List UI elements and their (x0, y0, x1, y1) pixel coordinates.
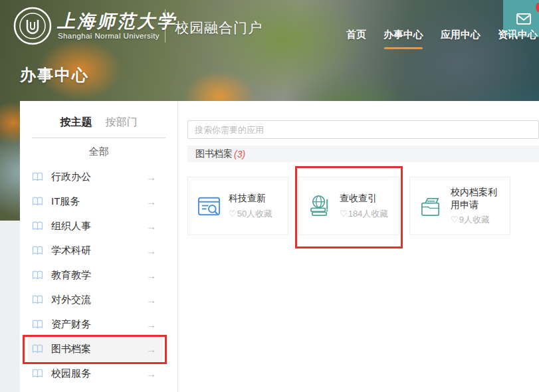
nav-item-service-center[interactable]: 办事中心 (383, 29, 423, 49)
envelope-icon (516, 13, 531, 25)
favorites-count: 50人收藏 (237, 209, 272, 219)
arrow-right-icon: → (146, 270, 156, 281)
arrow-right-icon: → (146, 294, 156, 306)
sidebar-item-label: 资产财务 (51, 318, 91, 331)
main-panel: 按主题 按部门 全部 行政办公 → IT服务 → 组织人事 → 学术科研 → 教… (20, 101, 539, 392)
arrow-right-icon: → (146, 171, 156, 183)
sidebar-item-library-archives[interactable]: 图书档案 → (28, 337, 163, 361)
annotation-box-sidebar (23, 335, 167, 364)
card-favorites: ♡50人收藏 (229, 208, 272, 220)
app-card-archive-use-application[interactable]: 校内档案利用申请 ♡9人收藏 (409, 177, 510, 235)
portal-title: 校园融合门户 (175, 19, 263, 37)
tab-by-topic[interactable]: 按主题 (60, 116, 92, 138)
open-book-icon (32, 221, 43, 231)
open-book-icon (32, 369, 43, 379)
nav-item-app-center[interactable]: 应用中心 (441, 29, 481, 49)
sidebar-item-teaching[interactable]: 教育教学 → (28, 263, 163, 288)
sidebar-item-it-service[interactable]: IT服务 → (28, 189, 163, 214)
sidebar-item-finance[interactable]: 资产财务 → (28, 312, 163, 337)
open-book-icon (32, 320, 43, 330)
card-title: 科技查新 (229, 192, 272, 205)
arrow-right-icon: → (146, 245, 156, 256)
heart-icon: ♡ (340, 209, 348, 219)
open-book-icon (32, 270, 43, 280)
app-card-tech-novelty-search[interactable]: 科技查新 ♡50人收藏 (187, 177, 288, 235)
university-name-en: Shanghai Normal University (58, 32, 160, 40)
app-cards-row: 科技查新 ♡50人收藏 查收查引 ♡184人收藏 (187, 177, 539, 235)
sidebar-item-label: 学术科研 (51, 245, 91, 257)
header: 上海师范大学 Shanghai Normal University 校园融合门户… (0, 0, 539, 60)
card-text: 查收查引 ♡184人收藏 (340, 192, 392, 220)
arrow-right-icon: → (146, 319, 156, 330)
heart-icon: ♡ (451, 215, 459, 225)
section-count: (3) (234, 149, 245, 159)
card-text: 校内档案利用申请 ♡9人收藏 (451, 186, 510, 227)
favorites-count: 184人收藏 (348, 209, 389, 219)
globe-books-icon (308, 194, 332, 219)
sidebar-item-label: 对外交流 (51, 294, 91, 306)
content-area: 图书档案 (3) 科技查新 ♡50人收藏 (178, 101, 539, 392)
card-favorites: ♡9人收藏 (451, 214, 506, 226)
top-navigation: 首页 办事中心 应用中心 资讯中心 (346, 29, 538, 49)
university-name-cn: 上海师范大学 (57, 9, 177, 33)
nav-item-news-center[interactable]: 资讯中心 (498, 29, 538, 49)
open-book-icon (32, 344, 43, 354)
sidebar-tabs: 按主题 按部门 (20, 116, 177, 138)
logo-divider (165, 9, 165, 43)
card-title: 查收查引 (340, 192, 388, 205)
tab-by-department[interactable]: 按部门 (106, 116, 138, 138)
section-header: 图书档案 (3) (187, 146, 539, 162)
page-title: 办事中心 (20, 64, 89, 86)
search-input[interactable] (187, 120, 539, 139)
arrow-right-icon: → (146, 221, 156, 232)
sidebar-item-label: 校园服务 (51, 367, 91, 380)
sidebar-item-label: 组织人事 (51, 220, 91, 233)
sidebar-item-campus-service[interactable]: 校园服务 → (28, 361, 163, 386)
open-book-icon (32, 295, 43, 305)
sidebar: 按主题 按部门 全部 行政办公 → IT服务 → 组织人事 → 学术科研 → 教… (20, 101, 178, 392)
sidebar-item-label: 图书档案 (51, 343, 91, 355)
sidebar-item-exchange[interactable]: 对外交流 → (28, 288, 163, 312)
app-card-citation-search[interactable]: 查收查引 ♡184人收藏 (298, 177, 399, 235)
nav-item-home[interactable]: 首页 (346, 29, 366, 49)
heart-icon: ♡ (229, 209, 237, 219)
sidebar-item-label: 行政办公 (51, 171, 91, 183)
open-book-icon (32, 197, 43, 207)
arrow-right-icon: → (146, 368, 156, 379)
folder-files-icon (419, 194, 443, 219)
university-seal-logo (13, 7, 52, 45)
card-title: 校内档案利用申请 (451, 186, 506, 211)
sidebar-item-hr[interactable]: 组织人事 → (28, 214, 163, 239)
sidebar-item-label: IT服务 (51, 195, 80, 208)
card-favorites: ♡184人收藏 (340, 208, 388, 220)
sidebar-item-label: 教育教学 (51, 269, 91, 282)
arrow-right-icon: → (146, 196, 156, 207)
sidebar-item-research[interactable]: 学术科研 → (28, 239, 163, 263)
arrow-right-icon: → (146, 343, 156, 355)
open-book-icon (32, 172, 43, 182)
favorites-count: 9人收藏 (459, 215, 490, 225)
sidebar-item-all[interactable]: 全部 (20, 138, 177, 165)
sidebar-item-administration[interactable]: 行政办公 → (28, 165, 163, 189)
section-title: 图书档案 (195, 148, 233, 160)
open-book-icon (32, 246, 43, 256)
search-document-icon (197, 194, 221, 219)
card-text: 科技查新 ♡50人收藏 (229, 192, 276, 220)
mail-badge: 1 (536, 2, 539, 13)
